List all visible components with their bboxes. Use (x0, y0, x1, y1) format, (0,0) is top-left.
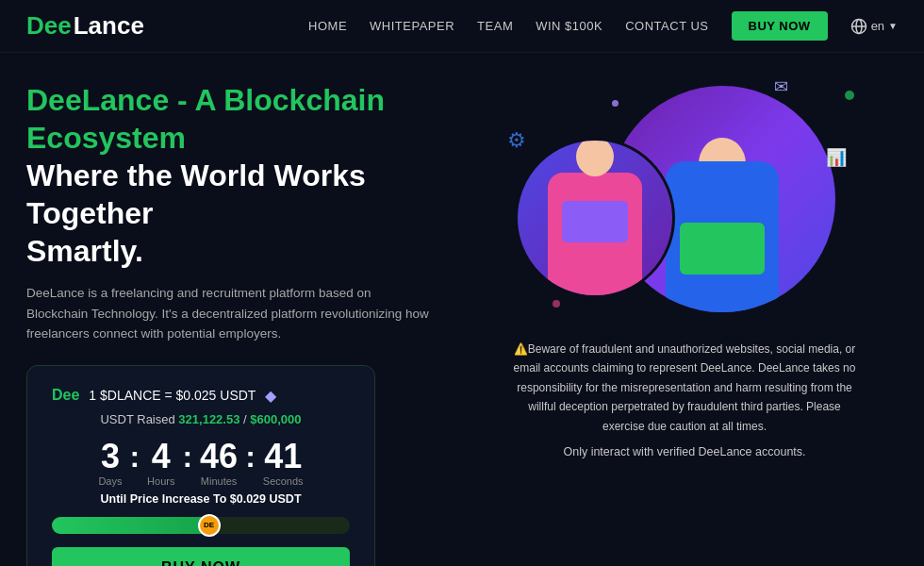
dot-decoration-3 (612, 100, 619, 107)
countdown: 3 Days : 4 Hours : 46 Minutes : 41 Secon… (52, 440, 350, 487)
person-left-body (548, 173, 642, 295)
seconds-number: 41 (263, 440, 304, 474)
usdt-raised-row: USDT Raised 321,122.53 / $600,000 (52, 412, 350, 426)
raised-amount: 321,122.53 (178, 412, 239, 426)
raised-goal: $600,000 (250, 412, 301, 426)
logo[interactable]: Dee Lance (26, 11, 144, 41)
right-column: ⚙ ✕ ✉ 📊 (471, 81, 898, 566)
presale-card: Dee 1 $DLANCE = $0.025 USDT ◆ USDT Raise… (26, 365, 375, 566)
countdown-seconds: 41 Seconds (263, 440, 304, 487)
sep2: : (182, 440, 192, 486)
card-header: Dee 1 $DLANCE = $0.025 USDT ◆ (52, 387, 350, 405)
token-rate: 1 $DLANCE = $0.025 USDT (89, 388, 256, 403)
warning-icon: ⚠️ (514, 342, 528, 356)
nav-whitepaper[interactable]: WHITEPAPER (370, 19, 454, 33)
warning-body: Beware of fraudulent and unauthorized we… (514, 342, 856, 433)
minutes-label: Minutes (200, 475, 238, 487)
dot-decoration-2 (553, 300, 560, 308)
hours-number: 4 (147, 440, 174, 474)
hero-illustration: ⚙ ✕ ✉ 📊 (505, 81, 864, 317)
ethereum-icon: ◆ (265, 387, 276, 405)
nav-buy-now-button[interactable]: BUY NOW (732, 11, 828, 41)
minutes-number: 46 (200, 440, 238, 474)
presale-buy-now-button[interactable]: BUY NOW (52, 547, 350, 566)
usdt-raised-label: USDT Raised (100, 412, 174, 426)
chevron-down-icon: ▼ (888, 21, 898, 31)
lang-label: en (871, 19, 884, 33)
price-increase-text: Until Price Increase To $0.029 USDT (52, 492, 350, 506)
days-label: Days (98, 475, 122, 487)
nav-links: HOME WHITEPAPER TEAM WIN $100K CONTACT U… (308, 11, 898, 41)
sep1: : (129, 440, 140, 486)
nav-team[interactable]: TEAM (477, 19, 513, 33)
laptop-left (562, 201, 628, 242)
gear-icon: ⚙ (507, 128, 526, 153)
logo-lance: Lance (74, 11, 144, 41)
nav-home[interactable]: HOME (308, 19, 347, 33)
dot-decoration-1 (845, 91, 854, 100)
headline-line2: Where the World Works Together (26, 158, 366, 230)
person-left-circle (515, 138, 675, 298)
headline-line3: Smartly. (26, 234, 143, 268)
countdown-hours: 4 Hours (147, 440, 174, 487)
dee-small-logo: Dee (52, 387, 79, 404)
warning-box: ⚠️Beware of fraudulent and unauthorized … (501, 340, 868, 458)
progress-marker: DE (198, 514, 221, 537)
progress-bar-fill: DE (52, 517, 213, 534)
countdown-days: 3 Days (98, 440, 122, 487)
warning-verified: Only interact with verified DeeLance acc… (510, 445, 859, 458)
language-selector[interactable]: en ▼ (850, 18, 898, 35)
globe-icon (850, 18, 867, 35)
headline-green-part: DeeLance - A Blockchain Ecosystem (26, 83, 385, 155)
hero-headline: DeeLance - A Blockchain Ecosystem Where … (26, 81, 453, 270)
sep3: : (245, 440, 256, 486)
laptop-right (680, 223, 765, 275)
logo-dee: Dee (26, 11, 72, 41)
person-left-head (576, 138, 614, 176)
days-number: 3 (98, 440, 122, 474)
person-right-body (666, 161, 779, 312)
warning-text: ⚠️Beware of fraudulent and unauthorized … (510, 340, 859, 436)
main-content: DeeLance - A Blockchain Ecosystem Where … (0, 53, 924, 566)
navbar: Dee Lance HOME WHITEPAPER TEAM WIN $100K… (0, 0, 924, 53)
left-column: DeeLance - A Blockchain Ecosystem Where … (26, 81, 453, 566)
nav-win100k[interactable]: WIN $100K (536, 19, 602, 33)
hours-label: Hours (147, 475, 174, 487)
hero-subtitle: DeeLance is a freelancing and recruitmen… (26, 283, 432, 344)
progress-bar-container: DE (52, 517, 350, 534)
countdown-minutes: 46 Minutes (200, 440, 238, 487)
envelope-icon: ✉ (774, 76, 788, 97)
seconds-label: Seconds (263, 475, 304, 487)
nav-contact[interactable]: CONTACT US (625, 19, 708, 33)
chart-icon: 📊 (826, 147, 847, 168)
